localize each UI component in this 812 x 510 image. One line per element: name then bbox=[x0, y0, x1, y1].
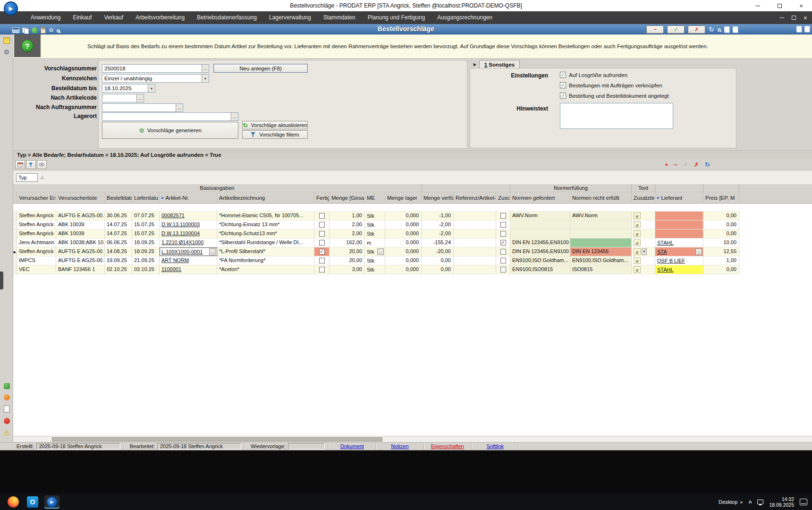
cell-bestelldatum[interactable]: 14.07.25 bbox=[105, 230, 132, 238]
col-fertigung[interactable]: Fertigu bbox=[314, 192, 330, 204]
cell-preis[interactable]: 0,00 bbox=[703, 221, 739, 229]
cell-lieferant[interactable]: STAHL bbox=[655, 265, 703, 274]
cell-fertigung[interactable] bbox=[314, 212, 330, 220]
orange-status-icon[interactable] bbox=[4, 394, 10, 400]
col-referenz[interactable]: Referenz/Artikel- bbox=[454, 192, 496, 204]
cell-zusatztext[interactable]: a bbox=[632, 265, 655, 274]
text-chip-icon[interactable]: a bbox=[634, 212, 641, 219]
cell-verursacher[interactable]: IMPCS bbox=[17, 256, 56, 265]
fertigung-checkbox[interactable] bbox=[319, 231, 325, 237]
cell-fertigung[interactable] bbox=[314, 221, 330, 229]
cell-artikelnr[interactable]: 00082571 bbox=[160, 212, 217, 220]
col-me[interactable]: ME bbox=[365, 192, 385, 204]
cell-preis[interactable]: 0,00 bbox=[703, 265, 739, 274]
cell-menge-verfuegbar[interactable]: -20,00 bbox=[422, 247, 454, 256]
checkbox-icon[interactable]: ✓ bbox=[560, 93, 566, 99]
lieferant-link[interactable]: STA bbox=[657, 248, 667, 256]
cell-menge-lagernd[interactable]: 0,000 bbox=[385, 212, 422, 220]
nach-auftragsnummer-field[interactable]: ... bbox=[102, 103, 183, 112]
cell-fertigung[interactable] bbox=[314, 265, 330, 274]
search-button[interactable] bbox=[718, 25, 721, 34]
text-chip-icon[interactable]: a bbox=[634, 248, 641, 255]
cell-verursacherliste[interactable]: BANF 123456 1 bbox=[56, 265, 105, 274]
grid-view-button[interactable] bbox=[37, 160, 47, 169]
col-verursacher[interactable]: Verursacher Erste bbox=[17, 192, 56, 204]
hinweistext-input[interactable] bbox=[560, 103, 673, 129]
cell-zusatztext[interactable]: a bbox=[632, 238, 655, 247]
gear-icon[interactable]: ⚙ bbox=[49, 27, 54, 33]
softlink-link[interactable]: Softlink bbox=[475, 443, 516, 449]
grid-layout-button[interactable] bbox=[15, 160, 25, 169]
lookup-button[interactable]: ... bbox=[176, 104, 183, 111]
cell-menge[interactable]: 2,00 bbox=[330, 230, 365, 238]
cell-lieferant[interactable] bbox=[655, 212, 703, 220]
fertigung-checkbox[interactable] bbox=[319, 258, 325, 264]
cell-menge-lagernd[interactable]: 0,000 bbox=[385, 230, 422, 238]
menu-stammdaten[interactable]: Stammdaten bbox=[317, 11, 362, 24]
cell-menge-lagernd[interactable]: 0,000 bbox=[385, 221, 422, 229]
side-panel-handle[interactable] bbox=[0, 272, 3, 289]
ellipsis-button[interactable]: ... bbox=[695, 248, 702, 255]
cell-me[interactable]: Stk bbox=[365, 212, 385, 220]
cell-zuschnitt[interactable] bbox=[496, 212, 510, 220]
cell-artikelbezeichnung[interactable]: *Hommel-Etamic C505, Nr 100705... bbox=[217, 212, 314, 220]
cell-lieferdatum[interactable]: 07.07.25 bbox=[132, 212, 160, 220]
table-row[interactable]: Steffen AngrickAUFTG E AG25-00...30.06.2… bbox=[13, 212, 739, 221]
cell-menge-lagernd[interactable]: 0,000 bbox=[385, 265, 422, 274]
cancel-button[interactable]: ✗ bbox=[688, 26, 705, 34]
cell-artikelbezeichnung[interactable]: *FA Normforderung* bbox=[217, 256, 314, 265]
checkbox-icon[interactable]: ✓ bbox=[560, 72, 566, 78]
cell-normen-gefordert[interactable] bbox=[510, 230, 570, 238]
typ-filter-box[interactable]: Typ bbox=[16, 173, 38, 182]
zuschnitt-checkbox[interactable] bbox=[500, 267, 506, 272]
cell-normen-gefordert[interactable]: EN9100,ISO Goldham... bbox=[510, 256, 570, 265]
lookup-button[interactable]: ... bbox=[231, 113, 238, 120]
vorschlaege-filtern-button[interactable]: Vorschläge filtern bbox=[242, 130, 308, 139]
cell-verursacherliste[interactable]: AUFTG E AG25-00... bbox=[56, 256, 105, 265]
zuschnitt-checkbox[interactable] bbox=[500, 258, 506, 264]
text-chip-icon[interactable]: a bbox=[634, 257, 641, 264]
tray-expand-icon[interactable]: ^ bbox=[748, 500, 752, 506]
cell-me[interactable]: Stk bbox=[365, 265, 385, 274]
zuschnitt-checkbox[interactable] bbox=[500, 222, 506, 228]
cell-referenz[interactable] bbox=[454, 265, 496, 274]
col-artikelbezeichnung[interactable]: Artikelbezeichnung bbox=[217, 192, 314, 204]
cell-zusatztext[interactable]: a bbox=[632, 230, 655, 238]
book-icon[interactable] bbox=[804, 26, 810, 32]
menu-anwendung[interactable]: Anwendung bbox=[25, 11, 67, 24]
cell-lieferdatum[interactable]: 18.09.25 bbox=[132, 238, 160, 247]
settings-gear-icon[interactable]: ⚙ bbox=[4, 49, 10, 55]
col-menge-verfuegbar[interactable]: Menge verfü bbox=[422, 192, 454, 204]
cell-menge[interactable]: 20,00 bbox=[330, 247, 365, 256]
lookup-button[interactable]: ... bbox=[136, 94, 144, 102]
cell-bestelldatum[interactable]: 30.06.25 bbox=[105, 212, 132, 220]
dropdown-icon[interactable]: ▾ bbox=[148, 85, 155, 92]
page-icon[interactable] bbox=[4, 406, 9, 413]
lagerort-field[interactable]: ... bbox=[102, 112, 238, 121]
cell-me[interactable]: Stk bbox=[365, 256, 385, 265]
clipboard-icon[interactable] bbox=[41, 27, 46, 34]
cell-preis[interactable]: 10,00 bbox=[703, 238, 739, 247]
col-lieferant[interactable]: ▶Lieferant bbox=[655, 192, 703, 204]
cell-preis[interactable]: 0,00 bbox=[703, 212, 739, 220]
green-status-icon[interactable] bbox=[4, 383, 10, 389]
artikelnr-link[interactable]: 1100001 bbox=[161, 266, 181, 272]
fertigung-checkbox[interactable] bbox=[319, 213, 325, 219]
checkbox-bestelldokument[interactable]: ✓ Bestellung und Bestelldokument angeleg… bbox=[560, 93, 669, 99]
cell-menge[interactable]: 162,00 bbox=[330, 238, 365, 247]
lieferant-link[interactable]: QSF B LIEF bbox=[657, 257, 685, 265]
cell-normen-gefordert[interactable]: EN9100,ISO0815 bbox=[510, 265, 570, 274]
cell-referenz[interactable] bbox=[454, 221, 496, 229]
artikelnr-link[interactable]: D.W.13.1100004 bbox=[161, 230, 200, 236]
cell-menge-verfuegbar[interactable]: -155,24 bbox=[422, 238, 454, 247]
zuschnitt-checkbox[interactable]: ✓ bbox=[500, 240, 506, 246]
maximize-button[interactable] bbox=[769, 0, 790, 11]
neu-anlegen-button[interactable]: Neu anlegen (F8) bbox=[213, 64, 308, 73]
cell-bestelldatum[interactable]: 02.10.25 bbox=[105, 265, 132, 274]
cell-verursacher[interactable]: Jens Achtmann ;... bbox=[17, 238, 56, 247]
menu-planung-und-fertigung[interactable]: Planung und Fertigung bbox=[362, 11, 431, 24]
ellipsis-button[interactable]: ... bbox=[377, 248, 384, 255]
delete-row-button[interactable]: − bbox=[674, 162, 678, 168]
network-icon[interactable] bbox=[757, 500, 763, 504]
dokument-link[interactable]: Dokument bbox=[332, 443, 372, 449]
